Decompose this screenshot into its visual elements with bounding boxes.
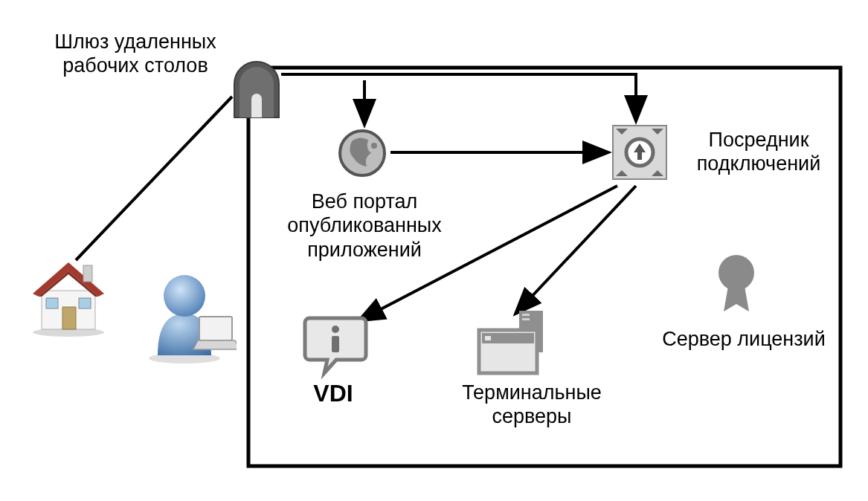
svg-rect-12 xyxy=(522,314,530,316)
svg-rect-27 xyxy=(199,317,232,340)
house-icon xyxy=(24,249,113,341)
svg-rect-23 xyxy=(46,298,58,308)
svg-rect-13 xyxy=(522,318,530,320)
broker-icon xyxy=(610,123,669,185)
servers-icon xyxy=(476,308,558,379)
svg-line-1 xyxy=(76,97,232,260)
svg-point-7 xyxy=(371,143,377,149)
svg-rect-24 xyxy=(79,298,91,308)
gateway-label: Шлюз удаленных рабочих столов xyxy=(46,30,225,78)
svg-point-10 xyxy=(718,255,754,291)
diagram-canvas: Шлюз удаленных рабочих столов Веб портал… xyxy=(0,0,868,501)
broker-label: Посредник подключений xyxy=(681,128,837,176)
info-bubble-icon xyxy=(302,312,369,382)
web-portal-label: Веб портал опубликованных приложений xyxy=(268,190,461,262)
gateway-icon xyxy=(231,58,283,122)
license-label: Сервер лицензий xyxy=(655,327,833,351)
svg-line-5 xyxy=(517,186,636,312)
svg-rect-16 xyxy=(485,336,491,340)
terminal-label: Терминальные серверы xyxy=(446,381,617,429)
award-icon xyxy=(710,252,762,322)
svg-rect-18 xyxy=(332,336,339,352)
svg-rect-22 xyxy=(62,307,76,329)
svg-point-26 xyxy=(164,275,205,317)
user-laptop-icon xyxy=(147,268,237,367)
globe-icon xyxy=(337,128,388,181)
vdi-label: VDI xyxy=(300,379,367,407)
svg-point-17 xyxy=(332,326,339,333)
svg-rect-21 xyxy=(83,265,92,282)
